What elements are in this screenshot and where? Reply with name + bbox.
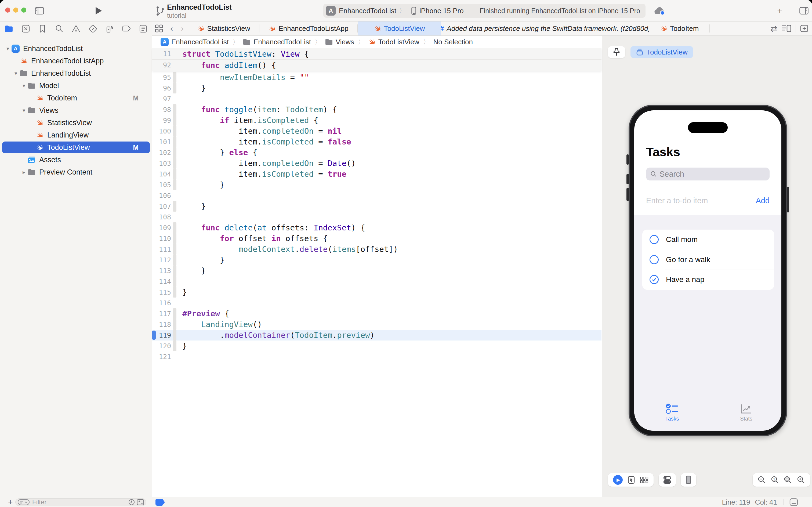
add-editor-icon[interactable] <box>800 25 808 32</box>
tab-stats[interactable]: Stats <box>730 403 762 422</box>
code-line-110[interactable]: 110 for offset in offsets { <box>152 233 601 244</box>
code-line-105[interactable]: 105 } <box>152 179 601 190</box>
zoom-100-icon[interactable]: 1 <box>771 476 779 484</box>
sidebar-item-preview-content[interactable]: ▸ Preview Content <box>0 166 152 178</box>
breadcrumb-item[interactable]: No Selection <box>433 38 473 46</box>
tab-todoitem[interactable]: TodoItem <box>649 21 709 36</box>
code-line-119[interactable]: 119 .modelContainer(TodoItem.preview) <box>152 330 601 340</box>
tab-statisticsview[interactable]: StatisticsView <box>188 21 259 36</box>
sidebar-item-statisticsview[interactable]: StatisticsView <box>0 117 152 129</box>
selectable-mode-icon[interactable] <box>628 476 635 484</box>
disclosure-open-icon[interactable]: ▾ <box>12 70 19 76</box>
xcode-cloud-icon[interactable] <box>653 6 665 15</box>
code-line-108[interactable]: 108 <box>152 212 601 222</box>
sidebar-toggle-icon[interactable] <box>35 6 45 15</box>
sidebar-item-todoitem[interactable]: TodoItem M <box>0 92 152 104</box>
breadcrumb-item[interactable]: AEnhancedTodoList <box>161 38 229 46</box>
disclosure-open-icon[interactable]: ▾ <box>20 107 27 114</box>
navigator-folder-icon[interactable] <box>4 24 13 33</box>
navigator-warning-icon[interactable] <box>71 24 80 33</box>
todo-input[interactable]: Enter a to-do item <box>646 196 708 205</box>
code-line-101[interactable]: 101 item.isCompleted = false <box>152 136 601 147</box>
device-settings-icon[interactable] <box>663 475 672 484</box>
breadcrumb-item[interactable]: TodoListView <box>368 38 419 46</box>
code-line-103[interactable]: 103 item.completedOn = Date() <box>152 158 601 169</box>
code-line-117[interactable]: 117#Preview { <box>152 308 601 319</box>
scheme-and-status-pill[interactable]: A EnhancedTodoList 〉 iPhone 15 Pro Finis… <box>323 4 645 18</box>
disclosure-open-icon[interactable]: ▾ <box>20 82 27 89</box>
code-body[interactable]: 95 newItemDetails = ""96 }9798 func togg… <box>152 71 601 362</box>
tab-todolistview[interactable]: TodoListView <box>358 21 441 36</box>
back-button[interactable]: ‹ <box>166 21 177 36</box>
todo-item-row[interactable]: Have a nap <box>642 270 774 290</box>
sidebar-item-enhancedtodolist[interactable]: ▾ A EnhancedTodoList <box>0 43 152 55</box>
sidebar-item-enhancedtodolistapp[interactable]: EnhancedTodoListApp <box>0 55 152 67</box>
sidebar-divider[interactable] <box>152 21 152 507</box>
tab-enhancedtodolistapp[interactable]: EnhancedTodoListApp <box>259 21 357 36</box>
add-button[interactable]: + <box>774 5 785 16</box>
code-line-97[interactable]: 97 <box>152 94 601 104</box>
navigator-bookmark-icon[interactable] <box>38 24 47 33</box>
navigator-diamond-icon[interactable] <box>89 24 98 33</box>
code-line-118[interactable]: 118 LandingView() <box>152 319 601 330</box>
code-editor[interactable]: 11struct TodoListView: View {92 func add… <box>152 48 601 497</box>
code-line-112[interactable]: 112 } <box>152 255 601 265</box>
code-line-116[interactable]: 116 <box>152 297 601 308</box>
code-line-96[interactable]: 96 } <box>152 83 601 94</box>
sidebar-item-model[interactable]: ▾ Model <box>0 79 152 92</box>
code-line-121[interactable]: 121 <box>152 351 601 362</box>
code-line-113[interactable]: 113 } <box>152 265 601 276</box>
zoom-window-button[interactable] <box>21 7 26 13</box>
navigator-list-icon[interactable] <box>138 24 148 33</box>
live-preview-button[interactable]: ▶ <box>613 475 623 485</box>
code-line-107[interactable]: 107 } <box>152 201 601 212</box>
navigator-spray-icon[interactable] <box>105 24 114 33</box>
zoom-out-icon[interactable] <box>758 476 766 484</box>
device-picker-icon[interactable] <box>686 475 691 484</box>
navigator-search-icon[interactable] <box>55 24 64 33</box>
code-line-114[interactable]: 114 <box>152 276 601 287</box>
sidebar-item-todolistview[interactable]: TodoListView M <box>0 141 152 154</box>
disclosure-closed-icon[interactable]: ▸ <box>20 169 27 175</box>
scheme-app-name[interactable]: EnhancedTodoList <box>339 7 396 15</box>
sidebar-item-views[interactable]: ▾ Views <box>0 104 152 117</box>
forward-button[interactable]: › <box>177 21 188 36</box>
code-line-102[interactable]: 102 } else { <box>152 147 601 158</box>
zoom-in-icon[interactable] <box>797 476 805 484</box>
search-input[interactable]: Search <box>646 168 769 180</box>
minimize-window-button[interactable] <box>13 7 18 13</box>
sidebar-item-assets[interactable]: Assets <box>0 154 152 166</box>
todo-item-row[interactable]: Call mom <box>642 230 774 250</box>
tab-overview-icon[interactable] <box>152 21 166 36</box>
disclosure-open-icon[interactable]: ▾ <box>4 45 11 52</box>
add-todo-button[interactable]: Add <box>756 196 769 205</box>
preview-target-button[interactable]: TodoListView <box>631 46 693 58</box>
bottom-bar-toggle-icon[interactable] <box>790 498 798 506</box>
close-window-button[interactable] <box>5 7 10 13</box>
breakpoint-indicator[interactable] <box>156 499 165 506</box>
tab-commit[interactable]: #Added data persistence using the SwiftD… <box>441 21 649 36</box>
code-line-95[interactable]: 95 newItemDetails = "" <box>152 72 601 83</box>
code-line-99[interactable]: 99 if item.isCompleted { <box>152 115 601 126</box>
code-line-109[interactable]: 109 func delete(at offsets: IndexSet) { <box>152 222 601 233</box>
navigator-xsquare-icon[interactable] <box>21 24 31 33</box>
navigator-tag-icon[interactable] <box>122 24 131 33</box>
code-line-100[interactable]: 100 item.completedOn = nil <box>152 126 601 136</box>
pin-preview-button[interactable] <box>608 46 625 58</box>
editor-options-icon[interactable] <box>781 25 791 32</box>
todo-item-row[interactable]: Go for a walk <box>642 250 774 270</box>
code-line-106[interactable]: 106 <box>152 190 601 201</box>
variants-mode-icon[interactable] <box>640 476 648 484</box>
scheme-device-name[interactable]: iPhone 15 Pro <box>419 7 464 15</box>
code-line-111[interactable]: 111 modelContext.delete(items[offset]) <box>152 244 601 255</box>
code-line-98[interactable]: 98 func toggle(item: TodoItem) { <box>152 104 601 115</box>
code-line-104[interactable]: 104 item.isCompleted = true <box>152 169 601 179</box>
tab-tasks[interactable]: Tasks <box>656 403 688 422</box>
code-line-120[interactable]: 120} <box>152 340 601 351</box>
breadcrumb-item[interactable]: EnhancedTodoList <box>243 38 311 46</box>
filter-field[interactable]: Filter <box>15 498 147 506</box>
add-filter-button[interactable]: + <box>8 497 13 507</box>
breadcrumb-item[interactable]: Views <box>325 38 354 46</box>
sidebar-item-enhancedtodolist[interactable]: ▾ EnhancedTodoList <box>0 67 152 79</box>
right-panel-toggle-icon[interactable] <box>798 6 810 15</box>
